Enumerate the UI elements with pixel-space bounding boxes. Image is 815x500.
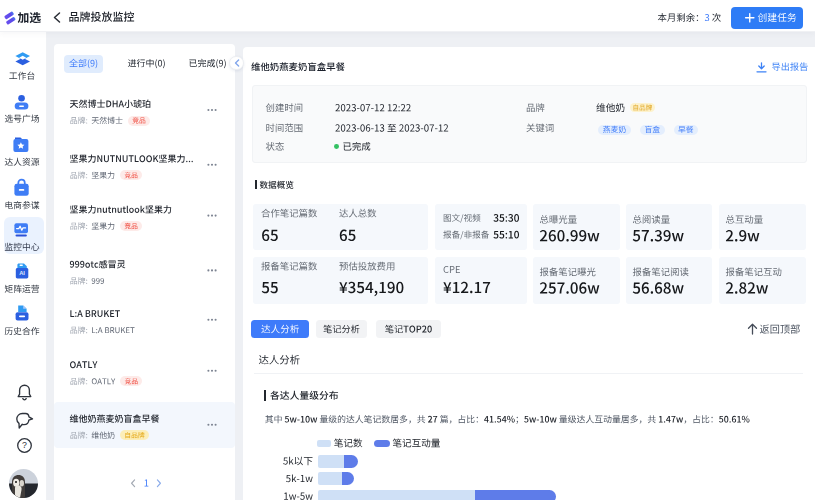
svg-text:AI: AI xyxy=(19,271,25,277)
svg-text:?: ? xyxy=(22,440,27,450)
